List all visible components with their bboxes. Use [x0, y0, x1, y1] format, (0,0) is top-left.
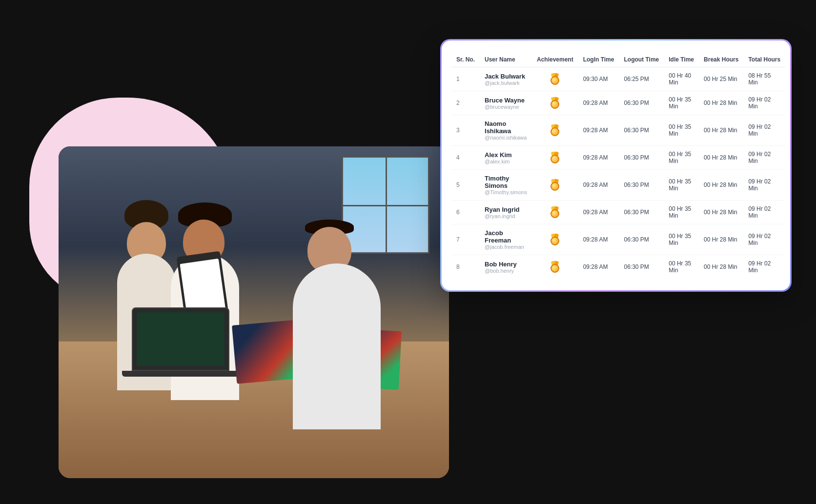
cell-user-name: Naomo Ishikawa @naomi.ishikawa	[480, 115, 532, 146]
cell-sr-no: 4	[451, 146, 480, 170]
cell-break-hours: 00 Hr 28 Min	[699, 255, 743, 279]
cell-break-hours: 00 Hr 28 Min	[699, 146, 743, 170]
table-row: 1 Jack Bulwark @jack.bulwark 09:30 AM 06…	[451, 67, 785, 91]
cell-achievement	[532, 91, 578, 115]
table-row: 3 Naomo Ishikawa @naomi.ishikawa 09:28 A…	[451, 115, 785, 146]
cell-achievement	[532, 224, 578, 255]
table-row: 5 Timothy Simons @Timothy.simons 09:28 A…	[451, 170, 785, 201]
cell-login-time: 09:28 AM	[578, 201, 619, 224]
cell-login-time: 09:28 AM	[578, 146, 619, 170]
table-row: 6 Ryan Ingrid @ryan.ingrid 09:28 AM 06:3…	[451, 201, 785, 224]
cell-sr-no: 3	[451, 115, 480, 146]
col-header-break-hours: Break Hours	[699, 52, 743, 67]
office-photo	[59, 146, 449, 478]
col-header-sr-no: Sr. No.	[451, 52, 480, 67]
col-header-login-time: LogIn Time	[578, 52, 619, 67]
cell-user-name: Bruce Wayne @brucewayne	[480, 91, 532, 115]
cell-user-name: Ryan Ingrid @ryan.ingrid	[480, 201, 532, 224]
cell-logout-time: 06:30 PM	[619, 91, 664, 115]
col-header-logout-time: Logout Time	[619, 52, 664, 67]
cell-logout-time: 06:30 PM	[619, 170, 664, 201]
cell-idle-time: 00 Hr 35 Min	[664, 201, 699, 224]
col-header-user-name: User Name	[480, 52, 532, 67]
cell-sr-no: 8	[451, 255, 480, 279]
cell-total-hours: 09 Hr 02 Min	[743, 255, 785, 279]
cell-achievement	[532, 67, 578, 91]
cell-login-time: 09:28 AM	[578, 170, 619, 201]
cell-login-time: 09:30 AM	[578, 67, 619, 91]
cell-user-name: Timothy Simons @Timothy.simons	[480, 170, 532, 201]
cell-idle-time: 00 Hr 35 Min	[664, 224, 699, 255]
cell-sr-no: 1	[451, 67, 480, 91]
cell-logout-time: 06:30 PM	[619, 115, 664, 146]
cell-login-time: 09:28 AM	[578, 255, 619, 279]
cell-sr-no: 5	[451, 170, 480, 201]
cell-achievement	[532, 255, 578, 279]
cell-sr-no: 6	[451, 201, 480, 224]
cell-idle-time: 00 Hr 35 Min	[664, 170, 699, 201]
background: Sr. No. User Name Achievement LogIn Time…	[0, 0, 816, 504]
cell-achievement	[532, 115, 578, 146]
cell-user-name: Jack Bulwark @jack.bulwark	[480, 67, 532, 91]
cell-login-time: 09:28 AM	[578, 115, 619, 146]
cell-logout-time: 06:30 PM	[619, 201, 664, 224]
cell-logout-time: 06:30 PM	[619, 255, 664, 279]
attendance-table: Sr. No. User Name Achievement LogIn Time…	[451, 52, 785, 279]
cell-achievement	[532, 201, 578, 224]
cell-logout-time: 06:25 PM	[619, 67, 664, 91]
cell-total-hours: 08 Hr 55 Min	[743, 67, 785, 91]
table-row: 7 Jacob Freeman @jacob.freeman 09:28 AM …	[451, 224, 785, 255]
cell-idle-time: 00 Hr 40 Min	[664, 67, 699, 91]
cell-total-hours: 09 Hr 02 Min	[743, 201, 785, 224]
cell-logout-time: 06:30 PM	[619, 146, 664, 170]
cell-total-hours: 09 Hr 02 Min	[743, 146, 785, 170]
table-row: 4 Alex Kim @alex.kim 09:28 AM 06:30 PM 0…	[451, 146, 785, 170]
data-table-card: Sr. No. User Name Achievement LogIn Time…	[440, 39, 792, 292]
cell-break-hours: 00 Hr 28 Min	[699, 170, 743, 201]
cell-sr-no: 7	[451, 224, 480, 255]
cell-achievement	[532, 146, 578, 170]
cell-total-hours: 09 Hr 02 Min	[743, 224, 785, 255]
cell-break-hours: 00 Hr 28 Min	[699, 115, 743, 146]
cell-idle-time: 00 Hr 35 Min	[664, 146, 699, 170]
cell-login-time: 09:28 AM	[578, 91, 619, 115]
cell-user-name: Bob Henry @bob.henry	[480, 255, 532, 279]
cell-total-hours: 09 Hr 02 Min	[743, 170, 785, 201]
cell-login-time: 09:28 AM	[578, 224, 619, 255]
col-header-idle-time: Idle Time	[664, 52, 699, 67]
cell-idle-time: 00 Hr 35 Min	[664, 91, 699, 115]
cell-total-hours: 09 Hr 02 Min	[743, 91, 785, 115]
cell-break-hours: 00 Hr 25 Min	[699, 67, 743, 91]
cell-achievement	[532, 170, 578, 201]
cell-logout-time: 06:30 PM	[619, 224, 664, 255]
cell-user-name: Jacob Freeman @jacob.freeman	[480, 224, 532, 255]
cell-idle-time: 00 Hr 35 Min	[664, 115, 699, 146]
cell-idle-time: 00 Hr 35 Min	[664, 255, 699, 279]
cell-user-name: Alex Kim @alex.kim	[480, 146, 532, 170]
table-row: 2 Bruce Wayne @brucewayne 09:28 AM 06:30…	[451, 91, 785, 115]
cell-break-hours: 00 Hr 28 Min	[699, 201, 743, 224]
cell-total-hours: 09 Hr 02 Min	[743, 115, 785, 146]
cell-break-hours: 00 Hr 28 Min	[699, 224, 743, 255]
col-header-achievement: Achievement	[532, 52, 578, 67]
cell-break-hours: 00 Hr 28 Min	[699, 91, 743, 115]
col-header-total-hours: Total Hours	[743, 52, 785, 67]
table-row: 8 Bob Henry @bob.henry 09:28 AM 06:30 PM…	[451, 255, 785, 279]
cell-sr-no: 2	[451, 91, 480, 115]
